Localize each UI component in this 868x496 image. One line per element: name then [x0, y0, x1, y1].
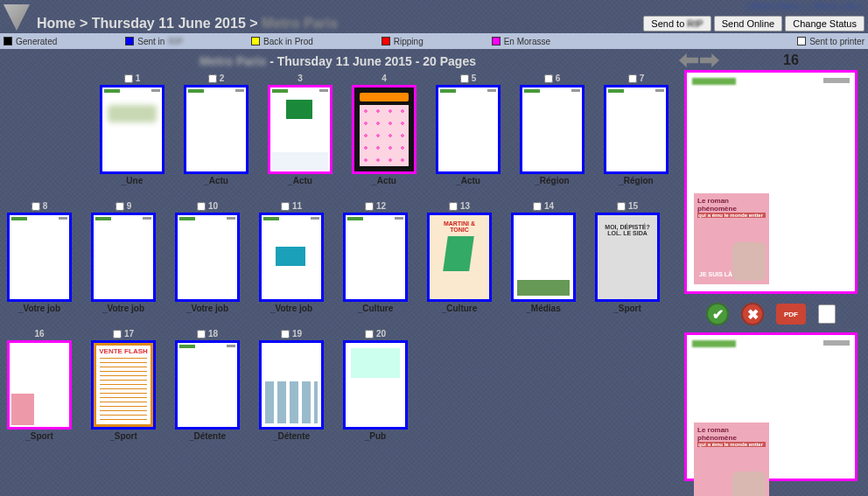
page-thumb-10[interactable]: 10_Votre job [175, 201, 240, 313]
page-thumb-12[interactable]: 12_Culture [343, 201, 408, 313]
page-number: 11 [281, 201, 302, 211]
page-select-checkbox[interactable] [113, 330, 122, 339]
preview-header: 16 [679, 51, 863, 70]
page-number: 17 [113, 329, 134, 339]
page-thumb-image[interactable] [259, 340, 324, 430]
page-number: 10 [197, 201, 218, 211]
next-arrow-icon[interactable] [700, 53, 719, 67]
page-select-checkbox[interactable] [208, 74, 217, 83]
change-status-button[interactable]: Change Status [785, 16, 864, 31]
page-thumb-image[interactable] [343, 340, 408, 430]
page-thumb-1[interactable]: 1_Une [100, 73, 164, 185]
page-thumb-image[interactable] [91, 213, 156, 302]
page-thumb-16[interactable]: 16_Sport [7, 329, 72, 441]
page-thumb-image[interactable] [427, 213, 492, 302]
page-number: 20 [365, 329, 386, 339]
page-thumb-15[interactable]: 15_Sport [595, 201, 660, 313]
page-section-label: _Détente [168, 431, 247, 441]
page-select-checkbox[interactable] [628, 74, 637, 83]
page-thumb-image[interactable] [91, 340, 156, 430]
page-thumb-image[interactable] [184, 85, 248, 174]
page-thumb-17[interactable]: 17_Sport [91, 329, 156, 441]
page-thumb-image[interactable] [595, 213, 660, 302]
prev-arrow-icon[interactable] [679, 53, 698, 67]
page-thumb-image[interactable] [7, 213, 72, 302]
page-thumb-image[interactable] [436, 85, 500, 174]
status-legend: GeneratedSent in RIPBack in ProdRippingE… [0, 33, 868, 49]
page-thumb-8[interactable]: 8_Votre job [7, 201, 72, 313]
page-thumb-7[interactable]: 7_Région [604, 73, 668, 185]
page-select-checkbox[interactable] [617, 202, 626, 211]
page-thumb-20[interactable]: 20_Pub [343, 329, 408, 441]
page-thumb-image[interactable] [343, 213, 408, 302]
page-thumb-image[interactable] [100, 85, 164, 174]
pdf-button[interactable]: PDF [776, 304, 806, 325]
open-page-button[interactable] [818, 304, 836, 324]
status-swatch [251, 37, 260, 45]
page-thumb-image[interactable] [268, 85, 332, 174]
send-online-button[interactable]: Send Online [714, 16, 783, 31]
page-thumb-2[interactable]: 2_Actu [184, 73, 248, 185]
page-select-checkbox[interactable] [533, 202, 542, 211]
page-thumb-image[interactable] [175, 340, 240, 430]
page-thumb-image[interactable] [175, 213, 240, 302]
approve-button[interactable]: ✔ [706, 303, 729, 325]
page-select-checkbox[interactable] [281, 202, 290, 211]
page-thumb-image[interactable] [352, 85, 416, 174]
page-thumb-image[interactable] [520, 85, 584, 174]
page-section-label: _Médias [504, 304, 583, 313]
page-number: 8 [32, 201, 48, 211]
breadcrumb-home[interactable]: Home [37, 16, 75, 31]
page-thumb-5[interactable]: 5_Actu [436, 73, 500, 185]
page-section-label: _Votre job [168, 304, 247, 313]
preview-thumb[interactable]: Le roman phénomène qui a ému le monde en… [684, 70, 858, 294]
page-thumb-19[interactable]: 19_Détente [259, 329, 324, 441]
page-thumb-image[interactable] [604, 85, 668, 174]
status-swatch [382, 37, 390, 45]
preview-actions: ✔ ✖ PDF [706, 303, 836, 325]
breadcrumb-sep: > [249, 16, 257, 31]
preview-ad-sub: qui a ému le monde entier [697, 213, 766, 218]
page-number: 5 [460, 73, 477, 83]
page-number: 7 [628, 73, 645, 83]
preview-thumb-secondary[interactable]: Le roman phénomène qui a ému le monde en… [684, 332, 858, 481]
preview-ad-tag: JE SUIS LÀ [699, 271, 732, 277]
status-swatch [797, 37, 806, 45]
page-select-checkbox[interactable] [281, 330, 290, 339]
page-thumb-image[interactable] [7, 340, 72, 430]
app-logo [4, 4, 30, 31]
status-label: En Morasse [504, 37, 550, 46]
status-swatch [4, 37, 12, 45]
sub-title: Metro Paris - Thursday 11 June 2015 - 20… [4, 54, 672, 68]
page-thumb-image[interactable] [259, 213, 324, 302]
page-thumb-11[interactable]: 11_Votre job [259, 201, 324, 313]
page-thumb-image[interactable] [511, 213, 576, 302]
page-select-checkbox[interactable] [32, 202, 40, 211]
page-number: 13 [449, 201, 470, 211]
page-thumb-9[interactable]: 9_Votre job [91, 201, 156, 313]
page-thumb-4[interactable]: 4_Actu [352, 73, 416, 185]
top-link-a[interactable]: | Metro Paris | [746, 2, 803, 11]
page-thumb-6[interactable]: 6_Région [520, 73, 584, 185]
send-to-button[interactable]: Send to RIP [643, 16, 710, 31]
page-select-checkbox[interactable] [365, 202, 374, 211]
reject-button[interactable]: ✖ [741, 303, 764, 325]
status-label: Sent to printer [809, 37, 864, 46]
breadcrumb-publication[interactable]: Metro Paris [262, 16, 338, 31]
page-thumb-14[interactable]: 14_Médias [511, 201, 576, 313]
preview-pane: 16 Le roman phénomène qui a ému le monde… [676, 49, 868, 496]
page-select-checkbox[interactable] [124, 74, 133, 83]
page-select-checkbox[interactable] [116, 202, 124, 211]
page-select-checkbox[interactable] [197, 330, 206, 339]
page-thumb-13[interactable]: 13_Culture [427, 201, 492, 313]
page-thumb-18[interactable]: 18_Détente [175, 329, 240, 441]
page-thumb-3[interactable]: 3_Actu [268, 73, 332, 185]
page-select-checkbox[interactable] [449, 202, 458, 211]
page-select-checkbox[interactable] [197, 202, 206, 211]
breadcrumb-date[interactable]: Thursday 11 June 2015 [92, 16, 246, 31]
page-section-label: _Votre job [84, 304, 163, 313]
page-select-checkbox[interactable] [544, 74, 553, 83]
top-link-b[interactable]: | Metro Lille | [809, 2, 863, 11]
page-select-checkbox[interactable] [460, 74, 469, 83]
page-select-checkbox[interactable] [365, 330, 374, 339]
